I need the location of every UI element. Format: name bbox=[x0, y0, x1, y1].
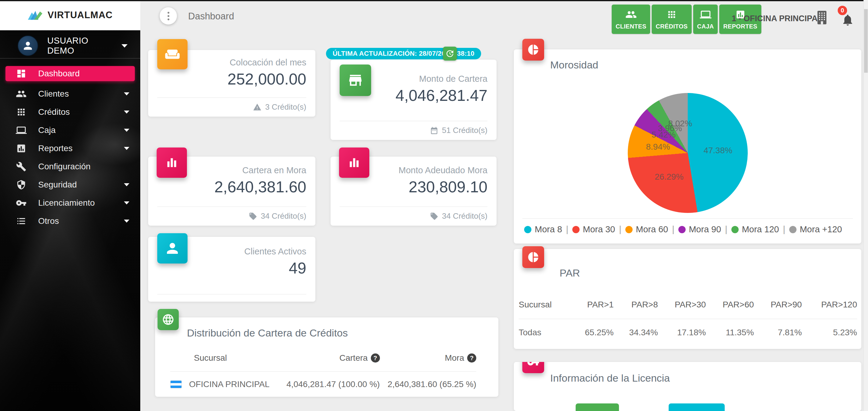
card-label: Monto Adeudado Mora bbox=[399, 165, 488, 176]
legend-item: Mora 90 bbox=[678, 224, 721, 234]
legend-dot-icon bbox=[572, 226, 580, 233]
legend-divider bbox=[522, 218, 853, 219]
pie-slice-label: 8.02% bbox=[668, 119, 692, 128]
sidebar-item-licenciamiento[interactable]: Licenciamiento bbox=[0, 194, 140, 212]
tag-icon bbox=[249, 212, 257, 221]
sidebar-item-label: Otros bbox=[38, 216, 113, 226]
building-icon[interactable] bbox=[815, 10, 829, 25]
quick-button-clientes[interactable]: CLIENTES bbox=[612, 4, 650, 34]
chevron-down-icon bbox=[124, 201, 129, 204]
card-label: Clientes Activos bbox=[244, 247, 306, 256]
card-cartera-mora: Cartera en Mora 2,640,381.60 34 Crédito(… bbox=[148, 157, 315, 226]
page-title: Dashboard bbox=[188, 11, 234, 22]
tag-icon bbox=[430, 212, 438, 221]
pie-slice-label: 26.29% bbox=[655, 172, 683, 182]
kebab-dot bbox=[167, 19, 169, 20]
sidebar: VIRTUALMAC USUARIO DEMO Dashboard Client… bbox=[0, 0, 140, 411]
card-footer-text: 3 Crédito(s) bbox=[265, 102, 306, 112]
scrollbar-thumb[interactable] bbox=[864, 9, 868, 73]
refresh-button[interactable] bbox=[443, 46, 457, 61]
user-menu[interactable]: USUARIO DEMO bbox=[0, 34, 140, 58]
sidebar-item-creditos[interactable]: Créditos bbox=[0, 103, 140, 121]
license-action-button-1[interactable] bbox=[576, 404, 619, 411]
sidebar-divider bbox=[0, 58, 140, 59]
column-header: PAR>120 bbox=[802, 300, 857, 319]
scrollbar[interactable] bbox=[864, 0, 868, 411]
morosidad-pie-chart: 47.38%26.29%8.94%5.42%3.96%8.02% bbox=[628, 93, 748, 213]
par-value: 7.81% bbox=[754, 319, 802, 338]
brand-name: VIRTUALMAC bbox=[48, 10, 113, 21]
card-divider bbox=[157, 97, 306, 98]
sidebar-item-otros[interactable]: Otros bbox=[0, 212, 140, 230]
armchair-icon bbox=[157, 39, 188, 69]
mora-value: 2,640,381.60 (65.25 %) bbox=[380, 372, 476, 389]
legend-separator: | bbox=[619, 224, 621, 234]
license-action-button-2[interactable] bbox=[669, 404, 725, 411]
help-icon[interactable]: ? bbox=[371, 353, 380, 362]
dashboard-icon bbox=[16, 68, 27, 79]
distribucion-table: Sucursal Cartera? Mora? OFICINA PRINCIPA… bbox=[170, 353, 476, 389]
sidebar-item-reportes[interactable]: Reportes bbox=[0, 139, 140, 158]
chevron-down-icon bbox=[124, 147, 129, 150]
card-value: 252,000.00 bbox=[227, 70, 306, 88]
legend-separator: | bbox=[672, 224, 674, 234]
chevron-down-icon bbox=[124, 129, 129, 132]
grid-icon bbox=[666, 9, 677, 20]
column-header: PAR>30 bbox=[658, 300, 706, 319]
legend-dot-icon bbox=[789, 226, 797, 233]
par-value: 65.25% bbox=[569, 319, 614, 338]
card-footer-text: 34 Crédito(s) bbox=[442, 212, 488, 221]
card-clientes-activos: Clientes Activos 49 bbox=[148, 237, 315, 302]
card-label: Cartera en Mora bbox=[242, 165, 306, 176]
quick-button-creditos[interactable]: CRÉDITOS bbox=[652, 4, 691, 34]
section-title: PAR bbox=[560, 267, 580, 279]
card-label: Colocación del mes bbox=[230, 58, 306, 67]
people-icon bbox=[625, 9, 637, 20]
notification-count-badge: 0 bbox=[837, 5, 848, 16]
notifications-button[interactable]: 0 bbox=[839, 11, 857, 28]
window-top-edge bbox=[0, 0, 868, 1]
par-sucursal: Todas bbox=[519, 319, 569, 338]
chevron-down-icon bbox=[124, 183, 129, 186]
help-icon[interactable]: ? bbox=[467, 353, 476, 362]
card-divider bbox=[340, 207, 488, 207]
quick-button-caja[interactable]: CAJA bbox=[693, 4, 718, 34]
legend-item: Mora 60 bbox=[625, 224, 668, 234]
card-par: PAR Sucursal PAR>1 PAR>8 PAR>30 PAR>60 P… bbox=[514, 249, 861, 349]
legend-dot-icon bbox=[678, 226, 686, 233]
column-header: PAR>60 bbox=[706, 300, 754, 319]
pie-slice-label: 47.38% bbox=[704, 146, 732, 155]
quick-button-label: CRÉDITOS bbox=[656, 23, 687, 30]
column-header: PAR>1 bbox=[569, 300, 614, 319]
sidebar-item-clientes[interactable]: Clientes bbox=[0, 85, 140, 103]
sidebar-item-dashboard[interactable]: Dashboard bbox=[5, 66, 135, 81]
honduras-flag-icon bbox=[170, 380, 182, 388]
sidebar-item-configuracion[interactable]: Configuración bbox=[0, 158, 140, 176]
par-value: 17.18% bbox=[658, 319, 706, 338]
user-name: USUARIO DEMO bbox=[47, 36, 113, 56]
calendar-icon bbox=[430, 126, 438, 135]
chevron-down-icon bbox=[124, 110, 129, 114]
card-informacion-licencia: Información de la Licencia bbox=[514, 362, 861, 411]
pie-chart-icon bbox=[522, 246, 544, 268]
kebab-dot bbox=[167, 15, 169, 17]
sidebar-item-label: Configuración bbox=[38, 162, 129, 171]
pie-chart-icon bbox=[522, 39, 544, 61]
legend-separator: | bbox=[566, 224, 568, 234]
sidebar-item-caja[interactable]: Caja bbox=[0, 121, 140, 139]
par-value: 5.23% bbox=[802, 319, 857, 338]
card-value: 4,046,281.47 bbox=[395, 86, 488, 104]
quick-button-label: REPORTES bbox=[723, 23, 757, 30]
menu-toggle-button[interactable] bbox=[160, 7, 177, 25]
card-footer-text: 34 Crédito(s) bbox=[261, 212, 306, 221]
grid-icon bbox=[16, 106, 27, 118]
chevron-down-icon bbox=[124, 92, 129, 95]
sidebar-item-seguridad[interactable]: Seguridad bbox=[0, 176, 140, 194]
brand-logo[interactable]: VIRTUALMAC bbox=[0, 0, 140, 30]
legend-dot-icon bbox=[731, 226, 739, 233]
card-monto-adeudado-mora: Monto Adeudado Mora 230,809.10 34 Crédit… bbox=[331, 157, 497, 226]
sidebar-item-label: Dashboard bbox=[38, 69, 129, 78]
section-title: Distribución de Cartera de Créditos bbox=[187, 327, 348, 339]
laptop-icon bbox=[16, 125, 27, 136]
list-icon bbox=[16, 216, 27, 226]
